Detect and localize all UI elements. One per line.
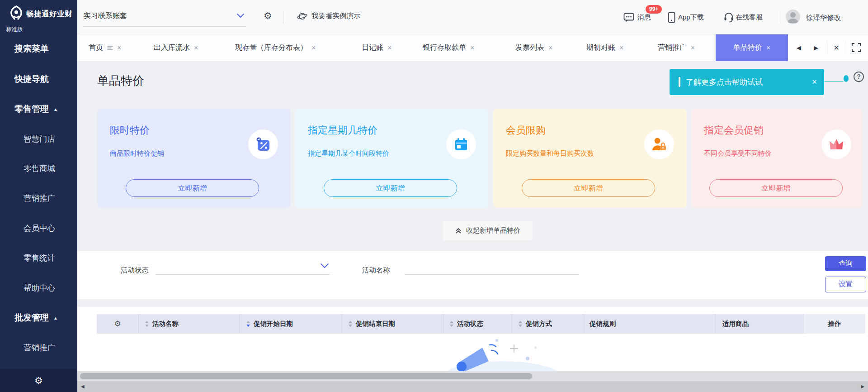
tab-close-icon[interactable]: ×	[691, 44, 695, 52]
add-now-button[interactable]: 立即新增	[324, 179, 457, 197]
card-desc: 限定购买数量和每日购买次数	[506, 149, 594, 158]
tab-invoice-list[interactable]: 发票列表 ×	[515, 34, 552, 61]
column-activity-name[interactable]: 活动名称	[139, 314, 240, 334]
app-download-label[interactable]: App下载	[678, 13, 704, 22]
tab-bank-deposit[interactable]: 银行存取款单 ×	[423, 34, 474, 61]
tab-close-icon[interactable]: ×	[387, 44, 392, 52]
tab-close-icon[interactable]: ×	[548, 44, 552, 52]
sort-arrows-icon[interactable]	[246, 321, 250, 327]
tab-close-icon[interactable]: ×	[311, 44, 316, 52]
sidebar-item-smart-store[interactable]: 智慧门店	[0, 133, 77, 145]
tab-single-item-special[interactable]: 单品特价 ×	[716, 34, 788, 61]
add-now-button[interactable]: 立即新增	[126, 179, 259, 197]
tab-close-icon[interactable]: ×	[117, 44, 121, 52]
headset-icon[interactable]	[723, 12, 734, 23]
sidebar-group-retail[interactable]: 零售管理 ▲	[0, 103, 77, 115]
promo-cards: 限时特价 商品限时特价促销 立即新增 指定星期几特价 指定星期几某个时间段特价	[97, 109, 862, 208]
header-gear-icon[interactable]: ⚙	[264, 10, 272, 21]
calendar-icon	[453, 136, 470, 153]
sidebar-gear-icon[interactable]: ⚙	[34, 375, 43, 386]
bottom-scroll-strip[interactable]: ◀ ▶	[77, 381, 868, 392]
horizontal-scrollbar[interactable]	[77, 371, 868, 381]
close-all-tabs-icon[interactable]: ×	[830, 34, 842, 61]
add-now-button[interactable]: 立即新增	[522, 179, 655, 197]
tab-close-icon[interactable]: ×	[470, 44, 474, 52]
phone-icon[interactable]	[668, 12, 675, 23]
online-service-label[interactable]: 在线客服	[736, 13, 763, 22]
sidebar-item-label: 快捷导航	[14, 73, 49, 85]
card-icon-circle	[821, 129, 851, 159]
card-icon-circle	[446, 129, 476, 159]
tab-label: 首页	[89, 43, 103, 53]
results-table: ⚙ 活动名称 促销开始日期 促销结束日期 活动状态 促销方式	[77, 307, 868, 371]
tab-inout-flow[interactable]: 出入库流水 ×	[154, 34, 198, 61]
scroll-right-arrow-icon[interactable]: ▶	[861, 381, 864, 392]
column-actions[interactable]: 操作	[803, 314, 865, 334]
add-now-button[interactable]: 立即新增	[709, 179, 843, 197]
horizontal-scrollbar-thumb[interactable]	[80, 373, 532, 379]
sidebar-item-help-center[interactable]: 帮助中心	[0, 282, 77, 294]
column-applicable-goods[interactable]: 适用商品	[716, 314, 803, 334]
scroll-left-arrow-icon[interactable]: ◀	[81, 381, 85, 392]
tabs-scroll-right-icon[interactable]: ▶	[810, 34, 822, 61]
help-question-icon[interactable]: ?	[854, 72, 864, 82]
column-promo-start-date[interactable]: 促销开始日期	[240, 314, 342, 334]
table-gear-icon[interactable]: ⚙	[114, 319, 121, 329]
query-button[interactable]: 查询	[825, 256, 866, 271]
tab-home[interactable]: 首页 ×	[89, 34, 121, 61]
chevron-down-icon[interactable]	[236, 13, 245, 19]
column-label: 促销结束日期	[356, 320, 395, 328]
tab-initial-reconciliation[interactable]: 期初对账 ×	[586, 34, 623, 61]
messages-label[interactable]: 消息	[637, 13, 651, 22]
collapse-new-special-toggle[interactable]: 收起新增单品特价	[443, 221, 532, 240]
column-settings-cell[interactable]: ⚙	[97, 314, 139, 334]
column-promo-end-date[interactable]: 促销结束日期	[342, 314, 443, 334]
column-label: 活动状态	[457, 320, 483, 328]
sidebar-footer: ⚙	[0, 369, 77, 392]
sort-arrows-icon[interactable]	[145, 321, 149, 327]
sidebar-item-retail-stats[interactable]: 零售统计	[0, 252, 77, 264]
column-label: 促销方式	[526, 320, 552, 328]
tabs-scroll-left-icon[interactable]: ◀	[793, 34, 805, 61]
activity-name-input[interactable]	[405, 259, 579, 275]
sidebar-item-member-center[interactable]: 会员中心	[0, 222, 77, 234]
column-promo-rule[interactable]: 促销规则	[583, 314, 716, 334]
sidebar-item-wholesale-marketing[interactable]: 营销推广	[0, 342, 77, 354]
banner-close-icon[interactable]: ×	[812, 77, 817, 87]
sidebar-item-quick-nav[interactable]: 快捷导航	[0, 73, 77, 85]
person-icon	[786, 10, 800, 24]
sort-arrows-icon[interactable]	[450, 321, 453, 327]
sort-arrows-icon[interactable]	[519, 321, 522, 327]
sort-arrows-icon[interactable]	[349, 321, 352, 327]
sidebar-group-wholesale[interactable]: 批发管理 ▲	[0, 312, 77, 324]
page-title: 单品特价	[97, 73, 144, 89]
tab-close-icon[interactable]: ×	[619, 44, 623, 52]
sidebar-item-search-menu[interactable]: 搜索菜单	[0, 43, 77, 55]
brand-block: 畅捷通好业财 标准版	[0, 0, 77, 34]
tab-close-icon[interactable]: ×	[194, 44, 198, 52]
user-name[interactable]: 徐泽华修改	[806, 13, 841, 23]
sidebar-item-label: 营销推广	[24, 342, 55, 353]
status-select[interactable]	[156, 259, 330, 275]
settings-button[interactable]: 设置	[825, 277, 866, 292]
discount-icon	[255, 136, 272, 153]
fullscreen-icon[interactable]	[851, 43, 861, 53]
column-label: 活动名称	[152, 320, 179, 328]
user-avatar[interactable]	[786, 10, 800, 24]
tab-stock-distribution[interactable]: 现存量（库存分布表） ×	[235, 34, 316, 61]
tab-marketing[interactable]: 营销推广 ×	[658, 34, 695, 61]
tab-bar: 首页 × 出入库流水 × 现存量（库存分布表） × 日记账 × 银行存取款单 ×…	[77, 34, 868, 62]
message-bubble-icon[interactable]	[623, 13, 634, 23]
sidebar-item-marketing[interactable]: 营销推广	[0, 192, 77, 204]
banner-text: 了解更多点击帮助试试	[686, 77, 763, 87]
card-title: 指定会员促销	[704, 124, 764, 137]
column-activity-status[interactable]: 活动状态	[443, 314, 512, 334]
collapse-triangle-icon: ▲	[53, 107, 58, 112]
sidebar-item-retail-mall[interactable]: 零售商城	[0, 163, 77, 174]
account-set-select[interactable]: 实习联系账套	[84, 11, 127, 21]
column-promo-method[interactable]: 促销方式	[512, 314, 583, 334]
tab-close-icon[interactable]: ×	[766, 44, 770, 52]
tab-journal[interactable]: 日记账 ×	[362, 34, 392, 61]
messages-badge: 99+	[646, 5, 662, 14]
demo-link[interactable]: 我要看实例演示	[297, 11, 361, 21]
